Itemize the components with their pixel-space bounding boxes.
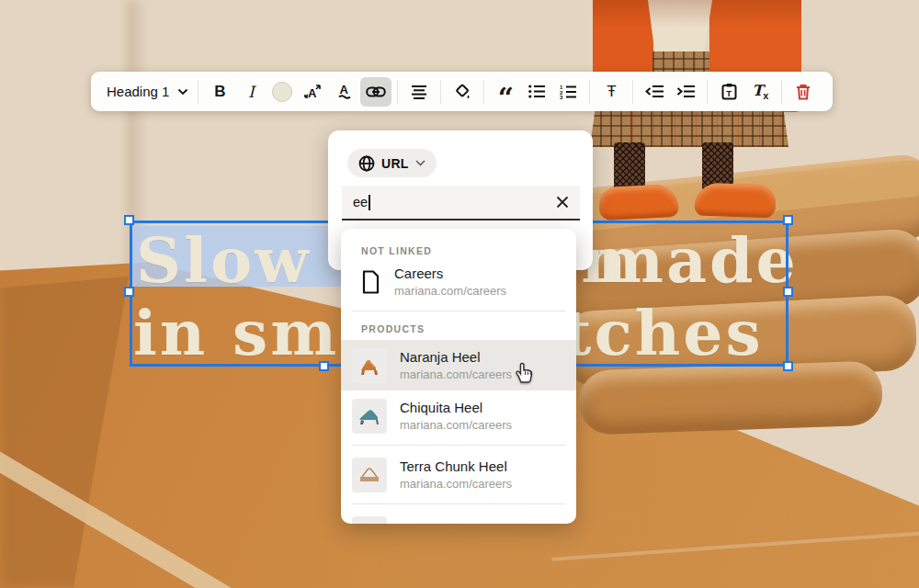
highlight-button[interactable]: A (329, 77, 360, 107)
toolbar-divider (397, 80, 398, 104)
italic-button[interactable]: I (235, 77, 267, 107)
color-swatch-icon (272, 82, 292, 102)
result-row-chiquita-heel[interactable]: Chiquita Heel mariana.com/careers (341, 390, 576, 441)
result-title: Careers (394, 266, 506, 281)
resize-handle-mid-right[interactable] (783, 287, 793, 297)
product-thumbnail (352, 516, 387, 525)
italic-icon: I (248, 83, 255, 101)
link-button[interactable] (360, 77, 391, 107)
resize-text-icon: A (304, 84, 323, 100)
toolbar-divider (483, 80, 484, 104)
bold-button[interactable]: B (204, 77, 235, 107)
link-search-results: NOT LINKED Careers mariana.com/careers P… (341, 229, 576, 524)
toolbar-divider (440, 80, 441, 104)
result-row-terra-chunk-heel[interactable]: Terra Chunk Heel mariana.com/careers (341, 449, 576, 500)
search-input-value: ee (353, 195, 368, 209)
strikethrough-icon: Ŧ (607, 83, 616, 101)
quote-button[interactable]: “ (490, 77, 521, 107)
model-coat-shade (593, 0, 801, 28)
indent-button[interactable] (670, 77, 701, 107)
toolbar-divider (198, 80, 199, 104)
link-icon (366, 85, 386, 98)
numbered-list-icon: 123 (560, 85, 576, 99)
link-search-input[interactable]: ee (342, 186, 580, 220)
chevron-down-icon (177, 88, 188, 96)
resize-handle-top-left[interactable] (124, 215, 134, 225)
product-thumbnail (352, 348, 387, 383)
strikethrough-button[interactable]: Ŧ (596, 77, 627, 107)
quote-icon: “ (498, 94, 514, 103)
model-heel-right (694, 182, 776, 218)
outdent-icon (645, 85, 664, 98)
fill-color-button[interactable] (447, 77, 478, 107)
align-button[interactable] (403, 77, 435, 107)
paste-as-text-button[interactable]: T (713, 77, 744, 107)
result-title: Terra Chunk Heel (400, 458, 512, 474)
toolbar-divider (781, 80, 782, 104)
result-url: mariana.com/careers (400, 477, 512, 491)
result-url: mariana.com/careers (400, 368, 512, 381)
model-heel-left (598, 184, 679, 220)
resize-handle-top-right[interactable] (783, 215, 793, 225)
link-type-selector[interactable]: URL (347, 149, 437, 177)
result-row-careers[interactable]: Careers mariana.com/careers (341, 256, 576, 307)
text-color-button[interactable] (267, 77, 298, 107)
text-highlight-icon: A (336, 83, 353, 100)
editor-canvas: Slow fashion made in sma ll ba tches Hea… (0, 0, 919, 588)
resize-handle-mid-left[interactable] (124, 287, 134, 297)
close-icon (556, 196, 569, 209)
product-thumbnail (352, 458, 387, 492)
text-caret (369, 195, 370, 210)
section-header-products: PRODUCTS (341, 323, 576, 334)
heading-style-label: Heading 1 (107, 84, 169, 99)
svg-text:A: A (340, 83, 349, 96)
result-url: mariana.com/careers (394, 284, 506, 298)
bullet-list-button[interactable] (521, 77, 552, 107)
numbered-list-button[interactable]: 123 (552, 77, 584, 107)
svg-text:A: A (308, 86, 317, 100)
toolbar-divider (632, 80, 633, 104)
clear-formatting-icon: Tx (752, 82, 768, 101)
indent-icon (676, 85, 695, 98)
paint-fill-icon (454, 84, 471, 100)
clear-formatting-button[interactable]: Tx (744, 77, 776, 107)
text-align-icon (411, 85, 427, 99)
row-divider (352, 445, 565, 446)
product-thumbnail (352, 399, 387, 434)
svg-text:T: T (726, 88, 732, 98)
link-type-label: URL (381, 156, 409, 171)
hand-cursor-icon (513, 360, 535, 388)
globe-icon (358, 155, 375, 172)
toolbar-divider (707, 80, 708, 104)
trash-icon (796, 84, 811, 100)
result-title: Chiquita Heel (400, 400, 512, 415)
bullet-list-icon (528, 85, 545, 98)
result-row-terra-chunk-heel-2[interactable]: Terra Chunk Heel (341, 508, 576, 524)
result-row-naranja-heel[interactable]: Naranja Heel mariana.com/careers (341, 340, 576, 390)
leather-cushion-bottom (578, 360, 883, 435)
heading-style-dropdown[interactable]: Heading 1 (103, 77, 192, 107)
result-title: Naranja Heel (400, 349, 512, 365)
text-size-button[interactable]: A (298, 77, 329, 107)
resize-handle-bottom[interactable] (319, 361, 329, 371)
chevron-down-icon (415, 160, 425, 166)
section-header-not-linked: NOT LINKED (341, 245, 576, 256)
text-format-toolbar: Heading 1 B I A A (91, 72, 833, 111)
row-divider (352, 503, 565, 504)
delete-button[interactable] (788, 77, 819, 107)
result-url: mariana.com/careers (400, 418, 512, 432)
section-divider (352, 311, 565, 311)
toolbar-divider (589, 80, 590, 104)
bold-icon: B (214, 83, 225, 101)
page-icon (359, 270, 381, 294)
paste-text-icon: T (721, 83, 737, 100)
svg-text:3: 3 (560, 95, 563, 99)
resize-handle-bottom-right[interactable] (783, 361, 793, 371)
clear-search-button[interactable] (556, 196, 569, 209)
outdent-button[interactable] (639, 77, 670, 107)
